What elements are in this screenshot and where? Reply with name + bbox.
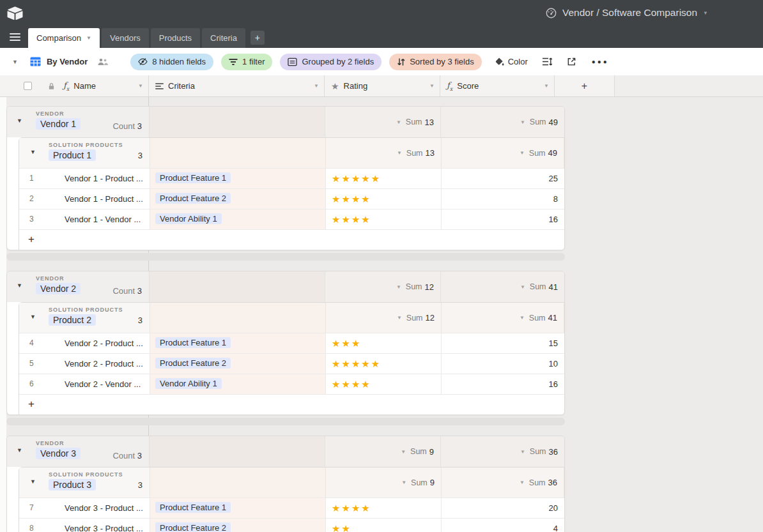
criteria-cell[interactable]: Vendor Ability 1 — [150, 374, 326, 394]
add-table-button[interactable]: + — [250, 31, 265, 45]
score-cell[interactable]: 16 — [442, 374, 564, 394]
summary-caret-icon[interactable]: ▼ — [396, 284, 401, 290]
product-subgroup-name-cell[interactable]: ▼SOLUTION PRODUCTSProduct 13 — [19, 138, 150, 168]
score-cell[interactable]: 4 — [442, 519, 564, 532]
vendor-group-name-cell[interactable]: ▼VENDORVendor 2Count 3 — [7, 271, 150, 302]
product-subgroup-score-sum-summary[interactable]: ▼Sum41 — [442, 303, 564, 333]
criteria-cell[interactable]: Product Feature 2 — [150, 519, 326, 532]
product-subgroup-rating-sum-summary[interactable]: ▼Sum13 — [326, 138, 441, 168]
name-cell[interactable]: 6Vendor 2 - Vendor ... — [19, 374, 150, 394]
product-subgroup-rating-sum-summary[interactable]: ▼Sum9 — [326, 467, 441, 498]
rating-cell[interactable]: ★★★★★ — [326, 354, 442, 374]
collapse-product-subgroup-icon[interactable]: ▼ — [30, 314, 36, 320]
select-all-checkbox[interactable] — [24, 82, 32, 90]
name-cell[interactable]: 1Vendor 1 - Product ... — [19, 169, 150, 188]
vendor-group-name-cell[interactable]: ▼VENDORVendor 1Count 3 — [7, 107, 150, 137]
base-title-group[interactable]: Vendor / Software Comparison ▼ — [546, 7, 708, 19]
collapse-vendor-group-icon[interactable]: ▼ — [17, 447, 22, 453]
summary-caret-icon[interactable]: ▼ — [520, 284, 525, 290]
summary-caret-icon[interactable]: ▼ — [401, 480, 406, 485]
share-view-icon[interactable] — [567, 57, 576, 66]
summary-caret-icon[interactable]: ▼ — [401, 449, 406, 455]
score-cell[interactable]: 10 — [442, 354, 564, 374]
vendor-group-score-sum-summary[interactable]: ▼Sum36 — [441, 436, 564, 467]
color-button[interactable]: Color — [495, 57, 528, 66]
rating-cell[interactable]: ★★★★ — [326, 189, 442, 209]
product-subgroup-rating-sum-summary[interactable]: ▼Sum12 — [326, 303, 441, 333]
tab-comparison[interactable]: Comparison ▼ — [28, 28, 100, 48]
score-cell[interactable]: 15 — [442, 333, 564, 353]
criteria-cell[interactable]: Product Feature 1 — [150, 498, 326, 518]
group-button[interactable]: Grouped by 2 fields — [280, 54, 382, 70]
rating-cell[interactable]: ★★★★★ — [326, 169, 442, 188]
column-header-name[interactable]: ƒx Name ▼ — [0, 75, 149, 96]
chevron-down-icon[interactable]: ▼ — [544, 83, 549, 89]
view-name[interactable]: By Vendor — [47, 57, 88, 66]
rating-cell[interactable]: ★★★★ — [326, 374, 442, 394]
hidden-fields-button[interactable]: 8 hidden fields — [130, 54, 213, 70]
more-options-icon[interactable]: ●●● — [592, 58, 609, 65]
score-cell[interactable]: 16 — [442, 209, 564, 229]
add-field-button[interactable]: + — [555, 75, 615, 96]
criteria-cell[interactable]: Vendor Ability 1 — [150, 209, 326, 229]
product-subgroup-field-label: SOLUTION PRODUCTS — [49, 142, 150, 148]
summary-caret-icon[interactable]: ▼ — [397, 315, 402, 321]
view-sidebar-caret-icon[interactable]: ▼ — [12, 59, 18, 65]
criteria-cell[interactable]: Product Feature 2 — [150, 189, 326, 209]
column-header-criteria[interactable]: Criteria ▼ — [149, 75, 325, 96]
name-cell[interactable]: 2Vendor 1 - Product ... — [19, 189, 150, 209]
row-height-icon[interactable] — [542, 57, 553, 66]
summary-caret-icon[interactable]: ▼ — [520, 315, 525, 321]
menu-icon[interactable] — [10, 33, 20, 41]
tab-products[interactable]: Products — [151, 28, 200, 48]
criteria-cell[interactable]: Product Feature 1 — [150, 333, 326, 353]
collaborators-icon[interactable] — [97, 57, 109, 66]
filter-button[interactable]: 1 filter — [221, 54, 272, 70]
name-cell[interactable]: 7Vendor 3 - Product ... — [19, 498, 150, 518]
vendor-group-rating-sum-summary[interactable]: ▼Sum12 — [325, 271, 440, 302]
name-cell[interactable]: 4Vendor 2 - Product ... — [19, 333, 150, 353]
criteria-cell[interactable]: Product Feature 2 — [150, 354, 326, 374]
collapse-vendor-group-icon[interactable]: ▼ — [17, 282, 22, 289]
criteria-cell[interactable]: Product Feature 1 — [150, 169, 326, 188]
product-subgroup-score-sum-summary[interactable]: ▼Sum49 — [442, 138, 564, 168]
summary-caret-icon[interactable]: ▼ — [397, 150, 402, 156]
collapse-product-subgroup-icon[interactable]: ▼ — [30, 478, 36, 485]
summary-caret-icon[interactable]: ▼ — [520, 449, 525, 455]
column-header-rating[interactable]: ★ Rating ▼ — [325, 75, 440, 96]
tab-vendors[interactable]: Vendors — [102, 28, 149, 48]
tab-criteria[interactable]: Criteria — [202, 28, 245, 48]
score-cell[interactable]: 20 — [442, 498, 564, 518]
add-record-row[interactable]: + — [19, 394, 564, 414]
score-cell[interactable]: 25 — [442, 169, 564, 188]
product-subgroup-score-sum-summary[interactable]: ▼Sum36 — [442, 467, 564, 498]
name-cell[interactable]: 3Vendor 1 - Vendor ... — [19, 209, 150, 229]
chevron-down-icon[interactable]: ▼ — [429, 83, 435, 89]
product-subgroup-name-cell[interactable]: ▼SOLUTION PRODUCTSProduct 33 — [19, 467, 150, 498]
collapse-vendor-group-icon[interactable]: ▼ — [17, 118, 22, 124]
chevron-down-icon[interactable]: ▼ — [138, 83, 143, 89]
score-cell[interactable]: 8 — [442, 189, 564, 209]
name-cell[interactable]: 8Vendor 3 - Product ... — [19, 519, 150, 532]
vendor-group-rating-sum-summary[interactable]: ▼Sum9 — [325, 436, 440, 467]
summary-caret-icon[interactable]: ▼ — [520, 480, 525, 485]
rating-cell[interactable]: ★★★ — [326, 333, 442, 353]
column-header-score[interactable]: ƒx Score ▼ — [440, 75, 555, 96]
sort-button[interactable]: Sorted by 3 fields — [389, 54, 481, 70]
summary-caret-icon[interactable]: ▼ — [520, 150, 525, 156]
vendor-group-score-sum-summary[interactable]: ▼Sum49 — [441, 107, 564, 137]
summary-caret-icon[interactable]: ▼ — [396, 119, 401, 125]
airtable-logo-icon[interactable] — [7, 6, 23, 20]
collapse-product-subgroup-icon[interactable]: ▼ — [30, 149, 36, 155]
rating-cell[interactable]: ★★★★ — [326, 209, 442, 229]
rating-cell[interactable]: ★★ — [326, 519, 442, 532]
vendor-group-rating-sum-summary[interactable]: ▼Sum13 — [325, 107, 440, 137]
name-cell[interactable]: 5Vendor 2 - Product ... — [19, 354, 150, 374]
chevron-down-icon[interactable]: ▼ — [314, 83, 319, 89]
rating-cell[interactable]: ★★★★ — [326, 498, 442, 518]
vendor-group-score-sum-summary[interactable]: ▼Sum41 — [441, 271, 564, 302]
add-record-row[interactable]: + — [19, 229, 564, 250]
vendor-group-name-cell[interactable]: ▼VENDORVendor 3Count 3 — [7, 436, 150, 467]
summary-caret-icon[interactable]: ▼ — [520, 119, 525, 125]
product-subgroup-name-cell[interactable]: ▼SOLUTION PRODUCTSProduct 23 — [19, 303, 150, 333]
